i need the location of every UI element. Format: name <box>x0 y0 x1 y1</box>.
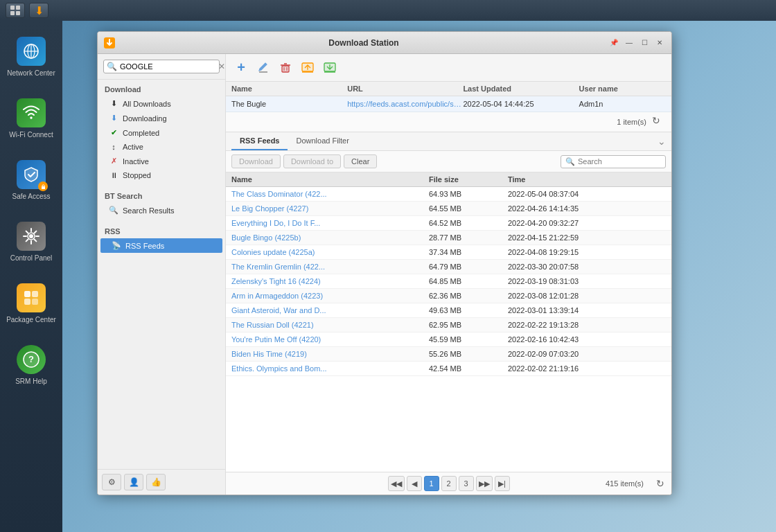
nav-item-rss-feeds[interactable]: 📡 RSS Feeds <box>100 238 222 253</box>
page-next-button[interactable]: ▶▶ <box>476 476 493 491</box>
all-downloads-icon: ⬇ <box>109 99 118 108</box>
feed-row-name: Giant Asteroid, War and D... <box>231 306 429 314</box>
feed-row-size: 64.93 MB <box>429 190 508 198</box>
feed-table-row[interactable]: The Russian Doll (4221) 62.95 MB 2022-02… <box>226 318 671 332</box>
feed-table-row[interactable]: Biden His Time (4219) 55.26 MB 2022-02-0… <box>226 347 671 362</box>
svg-rect-11 <box>32 299 38 305</box>
rss-list-row[interactable]: The Bugle https://feeds.acast.com/public… <box>226 96 671 112</box>
feed-row-size: 62.36 MB <box>429 292 508 300</box>
sidebar-item-wifi-connect[interactable]: Wi-Fi Connect <box>3 89 59 148</box>
minimize-button[interactable]: — <box>623 37 635 49</box>
feed-row-time: 2022-02-09 07:03:20 <box>508 350 666 358</box>
feed-table-row[interactable]: Zelensky's Tight 16 (4224) 64.85 MB 2022… <box>226 274 671 289</box>
page-3-button[interactable]: 3 <box>459 476 474 491</box>
tabs-left: RSS Feeds Download Filter <box>231 132 358 150</box>
rss-section: RSS 📡 RSS Feeds <box>98 222 225 257</box>
tab-download-filter[interactable]: Download Filter <box>288 132 357 150</box>
page-1-button[interactable]: 1 <box>424 476 439 491</box>
edit-button[interactable] <box>254 58 273 78</box>
nav-item-stopped[interactable]: ⏸ Stopped <box>98 168 225 182</box>
window-titlebar: Download Station 📌 — ☐ ✕ <box>98 32 671 54</box>
add-button[interactable]: + <box>231 58 251 78</box>
nav-item-all-downloads[interactable]: ⬇ All Downloads <box>98 96 225 111</box>
srm-help-label: SRM Help <box>15 378 47 386</box>
feed-search-input[interactable] <box>578 157 661 166</box>
nav-item-stopped-label: Stopped <box>123 171 151 179</box>
rss-refresh-button[interactable]: ↻ <box>652 115 666 129</box>
feed-table-row[interactable]: Arm in Armageddon (4223) 62.36 MB 2022-0… <box>226 289 671 303</box>
nav-item-active[interactable]: ↕ Active <box>98 140 225 154</box>
feed-table-row[interactable]: You're Putin Me Off (4220) 45.59 MB 2022… <box>226 332 671 347</box>
nav-item-completed[interactable]: ✔ Completed <box>98 125 225 140</box>
page-2-button[interactable]: 2 <box>441 476 457 491</box>
nav-item-downloading[interactable]: ⬇ Downloading <box>98 111 225 125</box>
feed-table-row[interactable]: Colonies update (4225a) 37.34 MB 2022-04… <box>226 245 671 260</box>
feed-table-row[interactable]: Bugle Bingo (4225b) 28.77 MB 2022-04-15 … <box>226 231 671 245</box>
sidebar-item-control-panel[interactable]: Control Panel <box>3 213 59 272</box>
search-clear-icon[interactable]: ✕ <box>218 62 225 71</box>
grid-button[interactable] <box>6 3 25 18</box>
close-button[interactable]: ✕ <box>653 37 666 49</box>
feed-row-time: 2022-04-15 21:22:59 <box>508 233 666 242</box>
feed-row-name: The Class Dominator (422... <box>231 190 429 198</box>
safe-access-label: Safe Access <box>12 193 50 201</box>
nav-item-rss-feeds-label: RSS Feeds <box>125 242 164 250</box>
toolbar: + <box>226 54 671 82</box>
feed-row-name: Zelensky's Tight 16 (4224) <box>231 277 429 285</box>
download-icon: ⬇ <box>35 4 44 17</box>
page-refresh-button[interactable]: ↻ <box>656 478 664 489</box>
rss-item-count: 1 item(s) <box>617 118 646 126</box>
nav-item-completed-label: Completed <box>123 129 159 137</box>
feed-table-row[interactable]: Giant Asteroid, War and D... 49.63 MB 20… <box>226 303 671 318</box>
sidebar-item-network-center[interactable]: Network Center <box>3 28 59 87</box>
users-footer-btn[interactable]: 👤 <box>124 474 143 490</box>
feed-row-time: 2022-03-01 13:39:14 <box>508 306 666 314</box>
sidebar-item-package-center[interactable]: Package Center <box>3 274 59 333</box>
page-prev-button[interactable]: ◀ <box>407 476 422 491</box>
import-button[interactable] <box>320 58 340 78</box>
feed-col-size: File size <box>429 175 508 184</box>
page-last-button[interactable]: ▶| <box>495 476 510 491</box>
page-first-button[interactable]: ◀◀ <box>388 476 405 491</box>
svg-point-4 <box>30 117 33 119</box>
thumbsup-footer-btn[interactable]: 👍 <box>146 474 166 490</box>
search-input[interactable] <box>120 62 215 71</box>
feed-table-row[interactable]: Ethics. Olympics and Bom... 42.54 MB 202… <box>226 362 671 376</box>
feed-row-size: 64.52 MB <box>429 219 508 227</box>
pagination: ◀◀ ◀ 1 2 3 ▶▶ ▶| 415 item(s) ↻ <box>226 472 671 495</box>
delete-button[interactable] <box>276 58 295 78</box>
feed-col-name: Name <box>231 175 429 184</box>
tabs-collapse-icon[interactable]: ⌄ <box>658 136 666 147</box>
feed-table-row[interactable]: Everything I Do, I Do It F... 64.52 MB 2… <box>226 216 671 231</box>
nav-item-inactive[interactable]: ✗ Inactive <box>98 154 225 168</box>
feed-table-row[interactable]: The Class Dominator (422... 64.93 MB 202… <box>226 187 671 202</box>
nav-item-search-results-label: Search Results <box>123 206 175 215</box>
feed-row-time: 2022-02-22 19:13:28 <box>508 321 666 329</box>
sidebar-item-safe-access[interactable]: Safe Access <box>3 151 59 210</box>
clear-feed-button[interactable]: Clear <box>344 154 377 168</box>
feed-rows: The Class Dominator (422... 64.93 MB 202… <box>226 187 671 376</box>
download-to-feed-button[interactable]: Download to <box>283 154 341 168</box>
download-button[interactable]: ⬇ <box>29 3 48 18</box>
settings-footer-btn[interactable]: ⚙ <box>102 474 121 490</box>
tab-rss-feeds[interactable]: RSS Feeds <box>231 132 288 150</box>
export-button[interactable] <box>298 58 317 78</box>
pin-button[interactable]: 📌 <box>608 37 620 49</box>
feed-row-size: 62.95 MB <box>429 321 508 329</box>
feed-row-name: The Russian Doll (4221) <box>231 321 429 329</box>
grid-icon <box>10 6 20 15</box>
feed-toolbar: Download Download to Clear 🔍 <box>226 151 671 172</box>
feed-table-row[interactable]: The Kremlin Gremlin (422... 64.79 MB 202… <box>226 260 671 274</box>
maximize-button[interactable]: ☐ <box>638 37 651 49</box>
completed-icon: ✔ <box>109 128 118 137</box>
sidebar-item-srm-help[interactable]: ? SRM Help <box>3 336 59 395</box>
nav-item-search-results[interactable]: 🔍 Search Results <box>98 203 225 218</box>
feed-table-row[interactable]: Le Big Chopper (4227) 64.55 MB 2022-04-2… <box>226 202 671 216</box>
svg-rect-10 <box>24 299 30 305</box>
page-item-count: 415 item(s) <box>606 479 644 488</box>
feed-row-size: 42.54 MB <box>429 364 508 373</box>
search-icon: 🔍 <box>107 62 117 71</box>
svg-rect-15 <box>282 66 289 72</box>
feed-row-size: 28.77 MB <box>429 233 508 242</box>
download-feed-button[interactable]: Download <box>231 154 281 168</box>
